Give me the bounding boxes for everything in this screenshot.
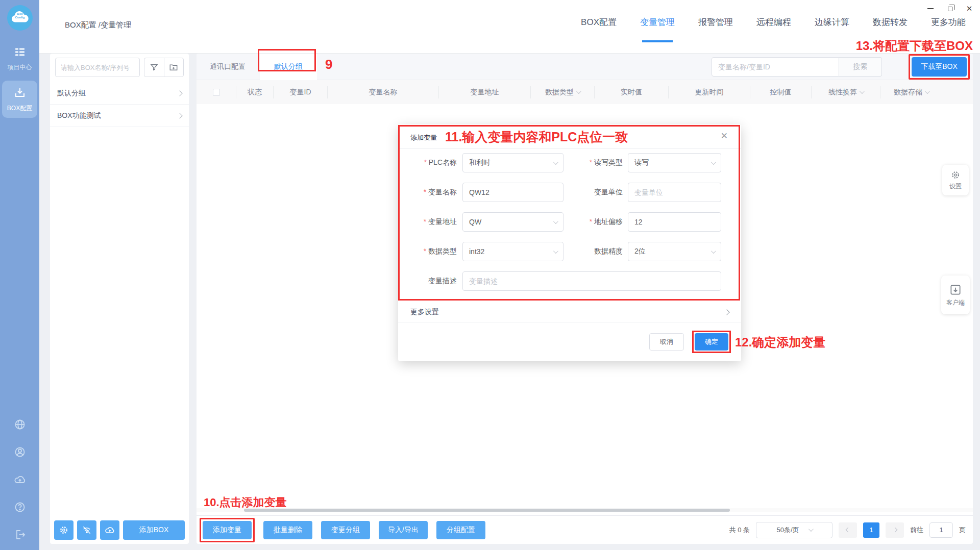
data-type-label: 数据类型 — [410, 247, 457, 256]
tab-comm-port-config[interactable]: 通讯口配置 — [197, 54, 259, 80]
prev-page-button[interactable] — [839, 522, 857, 538]
logout-icon[interactable] — [14, 529, 26, 541]
group-config-button[interactable]: 分组配置 — [436, 521, 485, 539]
variable-desc-label: 变量描述 — [410, 277, 457, 286]
add-group-folder-icon[interactable] — [164, 58, 184, 77]
select-all-checkbox[interactable] — [213, 89, 220, 96]
add-variable-button[interactable]: 添加变量 — [203, 521, 252, 539]
add-box-button[interactable]: 添加BOX — [123, 520, 185, 540]
batch-delete-button[interactable]: 批量删除 — [263, 521, 312, 539]
logo-text: BoxConfig — [7, 12, 33, 19]
chevron-left-icon — [845, 528, 850, 533]
chevron-right-icon — [892, 528, 897, 533]
plc-name-select[interactable]: 和利时 — [462, 153, 564, 172]
nav-box-config[interactable]: BOX配置 — [581, 16, 617, 28]
filter-funnel-icon[interactable] — [144, 58, 164, 77]
annotation-step13: 13.将配置下载至BOX — [856, 38, 973, 54]
nav-data-forwarding[interactable]: 数据转发 — [873, 16, 908, 28]
gear-icon — [950, 170, 961, 180]
user-account-icon[interactable] — [14, 446, 26, 458]
page-size-select[interactable]: 50条/页 — [756, 522, 832, 538]
variable-unit-input[interactable] — [634, 188, 715, 196]
floating-client-button[interactable]: 客户端 — [941, 276, 970, 314]
download-to-box-button[interactable]: 下载至BOX — [912, 57, 967, 77]
breadcrumb: BOX配置 /变量管理 — [65, 20, 131, 30]
goto-page-input[interactable] — [929, 522, 953, 538]
client-download-icon — [949, 283, 962, 296]
col-update-time: 更新时间 — [669, 86, 750, 98]
annotation-box-step12: 确定 — [692, 331, 731, 353]
page-unit-label: 页 — [959, 526, 966, 535]
import-export-button[interactable]: 导入/导出 — [379, 521, 428, 539]
bottom-toolbar: 添加变量 批量删除 变更分组 导入/导出 分组配置 共 0 条 50条/页 1 … — [197, 515, 973, 544]
rw-type-select[interactable]: 读写 — [628, 153, 721, 172]
variable-address-label: 变量地址 — [410, 217, 457, 227]
window-close-button[interactable]: ✕ — [966, 5, 973, 12]
col-variable-address: 变量地址 — [439, 86, 531, 98]
dialog-close-icon[interactable]: ✕ — [721, 131, 728, 141]
horizontal-scrollbar — [197, 508, 973, 512]
nav-edge-computing[interactable]: 边缘计算 — [815, 16, 849, 28]
sidebar-item-box-config[interactable]: BOX配置 — [2, 81, 37, 118]
cloud-sync-icon[interactable] — [14, 473, 26, 486]
col-realtime-value: 实时值 — [595, 86, 669, 98]
window-restore-button[interactable] — [946, 5, 953, 12]
goto-page-field — [929, 522, 953, 538]
client-label: 客户端 — [946, 298, 965, 307]
col-data-type[interactable]: 数据类型 — [531, 86, 595, 98]
help-icon[interactable] — [14, 501, 26, 513]
annotation-step10: 10.点击添加变量 — [204, 495, 287, 510]
data-precision-select[interactable]: 2位 — [628, 242, 721, 261]
tab-default-group[interactable]: 默认分组 — [260, 54, 317, 80]
cancel-button[interactable]: 取消 — [649, 333, 684, 351]
horizontal-scrollbar-thumb[interactable] — [244, 509, 730, 512]
col-data-storage[interactable]: 数据存储 — [880, 86, 942, 98]
goto-label: 前往 — [910, 526, 923, 535]
variable-desc-input[interactable] — [469, 277, 715, 285]
box-search-input[interactable] — [55, 58, 140, 77]
nav-alarm-management[interactable]: 报警管理 — [698, 16, 733, 28]
variable-address-select[interactable]: QW — [462, 212, 564, 232]
header-bar: BOX配置 /变量管理 BOX配置 变量管理 报警管理 远程编程 边缘计算 数据… — [39, 0, 980, 54]
search-button[interactable]: 搜索 — [839, 57, 882, 77]
sidebar-item-project-center[interactable]: 项目中心 — [0, 46, 39, 72]
address-offset-input[interactable] — [634, 218, 715, 226]
language-globe-icon[interactable] — [14, 418, 26, 431]
variable-search-input[interactable] — [712, 57, 839, 77]
confirm-button[interactable]: 确定 — [695, 333, 728, 351]
window-minimize-button[interactable] — [927, 5, 934, 12]
box-list-panel: 默认分组 BOX功能测试 添加BOX — [50, 54, 189, 544]
chevron-down-icon — [553, 160, 558, 165]
floating-settings-button[interactable]: 设置 — [942, 165, 969, 195]
change-group-button[interactable]: 变更分组 — [321, 521, 370, 539]
col-linear-scaling[interactable]: 线性换算 — [812, 86, 880, 98]
box-download-icon — [14, 87, 26, 99]
dialog-header-divider — [398, 148, 741, 149]
group-item-default[interactable]: 默认分组 — [50, 82, 189, 105]
annotation-step12: 12.确定添加变量 — [735, 334, 825, 351]
settings-gear-button[interactable] — [54, 520, 74, 540]
dialog-row-1: PLC名称 和利时 * 读写类型 读写 — [410, 153, 729, 172]
dialog-title: 添加变量 — [410, 133, 437, 142]
variable-name-input[interactable] — [469, 188, 557, 196]
address-offset-field — [628, 212, 721, 232]
box-panel-toolbar: 添加BOX — [54, 520, 185, 540]
sidebar-bottom-icons — [0, 418, 39, 541]
sidebar: BoxConfig 项目中心 BOX配置 — [0, 0, 39, 550]
app-window: BoxConfig 项目中心 BOX配置 — [0, 0, 980, 550]
chevron-down-icon — [553, 219, 558, 224]
group-item-box-function-test[interactable]: BOX功能测试 — [50, 105, 189, 127]
annotation-box-step10: 添加变量 — [200, 518, 255, 542]
more-settings-row[interactable]: 更多设置 — [398, 302, 741, 322]
next-page-button[interactable] — [886, 522, 904, 538]
current-page-button[interactable]: 1 — [863, 522, 879, 538]
nav-remote-programming[interactable]: 远程编程 — [756, 16, 791, 28]
nav-variable-management[interactable]: 变量管理 — [640, 16, 675, 28]
nav-more-functions[interactable]: 更多功能 — [931, 16, 966, 28]
data-type-select[interactable]: int32 — [462, 242, 564, 261]
sidebar-item-label: BOX配置 — [2, 104, 37, 113]
annotation-step9: 9 — [325, 57, 332, 72]
wifi-off-button[interactable] — [77, 520, 96, 540]
group-label: 默认分组 — [57, 89, 86, 98]
cloud-upload-button[interactable] — [100, 520, 119, 540]
